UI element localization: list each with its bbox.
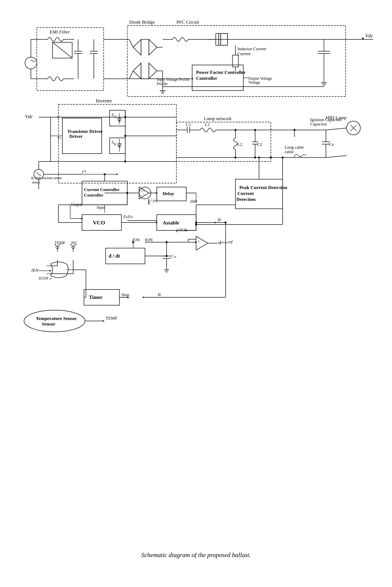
svg-point-252 [195, 221, 197, 223]
inductor-current-label: Inductor Current [238, 46, 266, 51]
svg-marker-160 [148, 203, 150, 205]
l2-label: L2 [238, 142, 242, 147]
svg-line-5 [52, 42, 72, 58]
ion2-label: ION [145, 237, 153, 242]
svg-marker-218 [50, 270, 52, 271]
svg-marker-51 [362, 38, 364, 39]
l1-label: L1 [205, 122, 210, 127]
vco-label: VCO [93, 219, 105, 226]
ignition-cap-label2: Capacitor [310, 122, 327, 126]
svg-point-254 [104, 173, 106, 175]
jen-label: JEN [31, 268, 38, 273]
output-voltage-label2: Voltage [248, 80, 260, 85]
svg-line-139 [36, 172, 41, 176]
sb-label: S [112, 140, 114, 145]
svg-point-250 [126, 192, 128, 194]
svg-point-118 [254, 157, 256, 159]
svg-text:−: − [141, 193, 143, 197]
svg-line-33 [129, 71, 133, 79]
il2-label: IL [158, 292, 162, 297]
svg-point-241 [224, 221, 226, 223]
output-label: Output [71, 202, 82, 207]
svg-point-112 [234, 129, 236, 131]
svg-line-215 [71, 247, 73, 249]
vdc-top-label: Vdc [365, 33, 373, 39]
vs-label: vₛ [58, 135, 61, 140]
svg-point-0 [25, 57, 37, 69]
isc2-label: ISC [71, 241, 77, 245]
co-label: Co [329, 142, 334, 147]
diagram-container: EMI Filter Diode Bridge PFC Circuit [16, 8, 376, 559]
emi-filter-label: EMI Filter [49, 29, 70, 35]
cst-label: Cₛₜ [170, 254, 176, 258]
svg-line-216 [73, 247, 75, 249]
astable-label: Astable [163, 220, 179, 226]
current-controller-label2: Controller [84, 193, 104, 197]
svg-line-133 [326, 156, 346, 158]
input-voltage-label: Input Voltage Profile [157, 77, 190, 82]
diagram-caption: Schematic diagram of the proposed ballas… [141, 551, 251, 559]
pfc-label2: Controller [196, 76, 217, 81]
current-controller-label: Current Controller [84, 187, 120, 192]
icon-label: ICON [38, 276, 48, 280]
svg-marker-230 [103, 320, 105, 322]
vdc-bottom-label: Vdc [25, 114, 33, 119]
diode-bridge-label: Diode Bridge [129, 20, 155, 25]
ddt-label: d / dt [108, 253, 120, 259]
long-cable-label: Long cable [284, 145, 304, 150]
svg-line-32 [129, 39, 133, 47]
transistor-driver-label: Transistor Driver [67, 129, 103, 134]
temp-sensor-label: Temperature Sensor [36, 316, 77, 321]
svg-point-184 [132, 241, 134, 243]
pfc-label: Power Factor Controller [196, 70, 246, 75]
temp-sensor-label2: Sensor [42, 321, 56, 327]
pfc-circuit-label: PFC Circuit [176, 20, 199, 25]
il-label: IL [218, 217, 222, 222]
temp-label: TEMP [54, 241, 65, 245]
svg-marker-24 [133, 39, 141, 55]
svg-point-228 [24, 310, 85, 332]
input-label: Input [97, 205, 105, 210]
svg-line-131 [326, 128, 346, 130]
svg-rect-23 [127, 26, 346, 97]
sb-sub: B [114, 143, 116, 146]
fsfo-label: Fs/Fo [123, 215, 133, 219]
svg-marker-26 [149, 39, 157, 55]
svg-marker-227 [142, 297, 144, 298]
long-cable-label2: cable [284, 149, 294, 154]
delay-label: Delay [163, 191, 174, 196]
svg-line-222 [50, 278, 52, 280]
temp2-label: TEMP [106, 316, 117, 321]
inverter-label: Inverter [96, 98, 112, 104]
peak-current-label2: Current [238, 191, 254, 196]
lamp-network-label: Lamp network [204, 116, 232, 121]
c2-label: C2 [257, 142, 262, 147]
page: EMI Filter Diode Bridge PFC Circuit [0, 0, 392, 587]
sa-label: S [112, 112, 114, 117]
ilampref-label: Iₗₐₘₚ,ref [220, 240, 233, 244]
svg-point-98 [124, 135, 126, 137]
svg-point-260 [282, 157, 284, 159]
svg-point-114 [254, 129, 256, 131]
svg-marker-30 [149, 63, 157, 79]
svg-text:+: + [141, 189, 143, 193]
svg-point-167 [258, 157, 260, 159]
svg-marker-137 [116, 173, 118, 175]
timer-label: Timer [89, 295, 102, 300]
input-voltage-label2: Profile [157, 82, 168, 86]
svg-text:+: + [198, 239, 200, 243]
peak-current-label3: Detection [236, 197, 256, 202]
inductor-current-label2: Current [238, 51, 250, 56]
c1-label: C1 [186, 122, 191, 127]
sa-sub: A [114, 115, 116, 118]
svg-point-134 [270, 157, 272, 159]
svg-marker-28 [133, 63, 141, 79]
idc-label: Iᵈᶜ [82, 170, 87, 174]
svg-point-117 [234, 157, 236, 159]
svg-line-211 [58, 247, 60, 249]
svg-point-206 [166, 255, 168, 257]
lock-label: LOCK [176, 228, 187, 232]
svg-line-210 [56, 247, 58, 249]
iscref-label: Iₛᶜ,ref [148, 198, 158, 203]
schematic-diagram: EMI Filter Diode Bridge PFC Circuit [19, 8, 373, 543]
